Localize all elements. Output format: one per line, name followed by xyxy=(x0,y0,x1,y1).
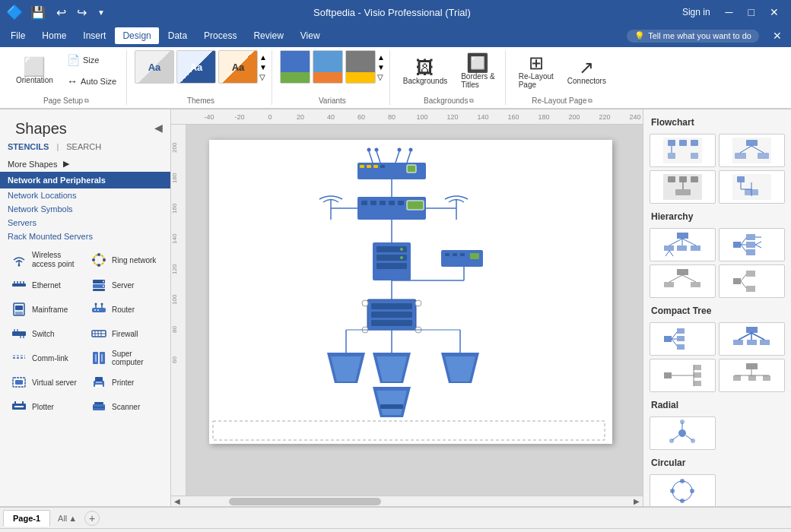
shape-switch[interactable]: Switch xyxy=(6,322,84,345)
menu-data[interactable]: Data xyxy=(160,27,195,44)
restore-button[interactable]: □ xyxy=(742,3,761,21)
svg-line-175 xyxy=(672,332,677,339)
quick-save[interactable]: 💾 xyxy=(27,4,49,21)
scanner-icon xyxy=(91,398,107,415)
menu-file[interactable]: File xyxy=(3,27,33,44)
shape-scanner[interactable]: Scanner xyxy=(86,395,164,418)
rack-mounted-section[interactable]: Rack Mounted Servers xyxy=(0,230,170,243)
menu-insert[interactable]: Insert xyxy=(75,27,113,44)
canvas[interactable] xyxy=(186,125,643,496)
network-locations-section[interactable]: Network Locations xyxy=(0,188,170,202)
quick-customize[interactable]: ▼ xyxy=(94,7,108,18)
shape-plotter[interactable]: Plotter xyxy=(6,395,84,418)
stencils-nav[interactable]: STENCILS xyxy=(8,142,49,151)
all-pages-button[interactable]: All ▲ xyxy=(52,512,83,524)
themes-up[interactable]: ▲ xyxy=(259,53,267,62)
menu-view[interactable]: View xyxy=(293,27,328,44)
page-tabs: Page-1 All ▲ + xyxy=(0,507,791,528)
shape-virtualserver[interactable]: Virtual server xyxy=(6,371,84,394)
variant-2[interactable] xyxy=(313,50,343,84)
hierarchy-layout-1[interactable] xyxy=(650,228,716,261)
menu-process[interactable]: Process xyxy=(196,27,244,44)
variant-3[interactable] xyxy=(345,50,376,84)
compact-grid xyxy=(643,319,791,395)
more-shapes-section[interactable]: More Shapes ▶ xyxy=(0,156,170,172)
close-button[interactable]: ✕ xyxy=(764,3,785,21)
compact-layout-1[interactable] xyxy=(650,322,716,356)
flowchart-layout-4[interactable] xyxy=(719,170,785,204)
shape-commlink[interactable]: Comm-link xyxy=(6,347,84,369)
menu-home[interactable]: Home xyxy=(34,27,74,44)
minimize-button[interactable]: ─ xyxy=(720,3,739,21)
search-nav[interactable]: SEARCH xyxy=(66,142,101,151)
shape-firewall[interactable]: Firewall xyxy=(86,322,164,345)
hierarchy-layout-3[interactable] xyxy=(650,264,716,298)
theme-item-1[interactable]: Aa xyxy=(135,50,174,84)
network-peripherals-section[interactable]: Network and Peripherals xyxy=(0,172,170,188)
auto-size-button[interactable]: ↔ Auto Size xyxy=(62,71,122,91)
variants-up[interactable]: ▲ xyxy=(377,53,385,62)
scroll-right[interactable]: ▶ xyxy=(631,497,643,505)
shape-router[interactable]: Router xyxy=(86,298,164,321)
relayout-button[interactable]: ⊞ Re-LayoutPage xyxy=(513,50,559,93)
shape-mainframe[interactable]: Mainframe xyxy=(6,298,84,321)
compact-layout-3[interactable] xyxy=(650,359,716,392)
flowchart-layout-3[interactable] xyxy=(650,170,716,204)
compact-layout-4[interactable] xyxy=(719,359,785,392)
shapes-collapse[interactable]: ◀ xyxy=(154,122,163,134)
menu-design[interactable]: Design xyxy=(115,27,158,44)
svg-rect-126 xyxy=(691,153,698,159)
compact-layout-2[interactable] xyxy=(719,322,785,356)
router-icon xyxy=(91,301,107,318)
borders-titles-button[interactable]: 🔲 Borders &Titles xyxy=(456,50,500,93)
quick-undo[interactable]: ↩ xyxy=(53,4,69,21)
themes-down[interactable]: ▼ xyxy=(259,63,267,71)
variants-expand[interactable]: ▽ xyxy=(377,73,385,81)
circular-layout-1[interactable] xyxy=(650,474,716,506)
theme-item-3[interactable]: Aa xyxy=(218,50,258,84)
flowchart-grid xyxy=(643,131,791,207)
hierarchy-layout-2[interactable] xyxy=(719,228,785,261)
relayout-expand[interactable]: ⧉ xyxy=(588,97,592,105)
shape-server[interactable]: Server xyxy=(86,274,164,296)
canvas-page[interactable] xyxy=(209,140,612,444)
page-setup-buttons: ⬜ Orientation 📄 Size ↔ Auto Size xyxy=(11,50,122,91)
variants-down[interactable]: ▼ xyxy=(377,63,385,71)
backgrounds-button[interactable]: 🖼 Backgrounds xyxy=(398,55,453,89)
orientation-button[interactable]: ⬜ Orientation xyxy=(11,54,59,88)
shape-ring[interactable]: Ring network xyxy=(86,248,164,272)
page-tab-1[interactable]: Page-1 xyxy=(3,510,50,527)
flowchart-layout-1[interactable] xyxy=(650,134,716,167)
relayout-icon: ⊞ xyxy=(529,54,544,72)
ribbon-close[interactable]: ✕ xyxy=(767,27,788,45)
menu-review[interactable]: Review xyxy=(246,27,291,44)
layout-section-compact: Compact Tree xyxy=(643,301,791,395)
shapes-nav: STENCILS | SEARCH xyxy=(0,142,170,156)
svg-rect-48 xyxy=(95,385,103,388)
scroll-left[interactable]: ◀ xyxy=(171,497,183,505)
radial-layout-1[interactable] xyxy=(650,416,716,450)
shape-ethernet[interactable]: Ethernet xyxy=(6,274,84,296)
shape-supercomp[interactable]: Super computer xyxy=(86,347,164,369)
page-setup-expand[interactable]: ⧉ xyxy=(84,97,89,105)
sign-in-button[interactable]: Sign in xyxy=(676,5,716,19)
flowchart-layout-2[interactable] xyxy=(719,134,785,167)
quick-redo[interactable]: ↪ xyxy=(74,4,90,21)
variant-1[interactable] xyxy=(280,50,310,84)
size-button[interactable]: 📄 Size xyxy=(62,50,122,70)
theme-item-2[interactable]: Aa xyxy=(176,50,216,84)
connectors-button[interactable]: ↗ Connectors xyxy=(562,55,612,89)
add-page-button[interactable]: + xyxy=(84,511,100,526)
connectors-icon: ↗ xyxy=(579,59,594,77)
network-symbols-section[interactable]: Network Symbols xyxy=(0,202,170,216)
themes-expand[interactable]: ▽ xyxy=(259,73,267,81)
scrollbar-thumb-h[interactable] xyxy=(229,498,381,505)
shape-wireless[interactable]: Wireless access point xyxy=(6,248,84,272)
scrollbar-horizontal[interactable]: ◀ ▶ xyxy=(171,496,643,506)
backgrounds-expand[interactable]: ⧉ xyxy=(469,97,474,105)
relayout-label: Re-Layout Page xyxy=(532,97,586,105)
servers-section[interactable]: Servers xyxy=(0,216,170,230)
hierarchy-layout-4[interactable] xyxy=(719,264,785,298)
shape-printer[interactable]: Printer xyxy=(86,371,164,394)
search-bar[interactable]: 💡 Tell me what you want to do xyxy=(627,30,759,43)
